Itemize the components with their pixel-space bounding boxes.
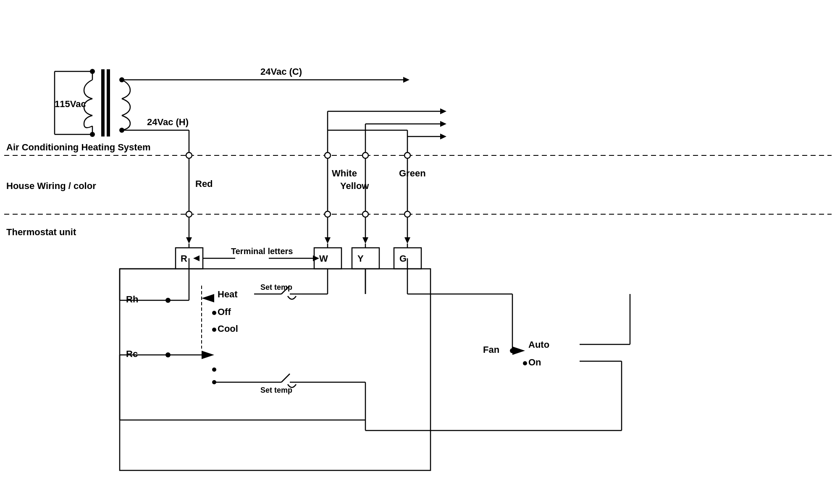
selector-arrow: [202, 294, 214, 302]
off-label: Off: [218, 307, 231, 317]
arrow-yellow-down: [362, 237, 368, 244]
red-wire-label: Red: [195, 178, 213, 189]
rh-label: Rh: [126, 294, 138, 304]
arrow-right-2: [440, 121, 446, 127]
thermostat-unit-label: Thermostat unit: [6, 227, 76, 237]
fan-selector-arrow: [512, 346, 525, 355]
arrow-right-1: [440, 108, 446, 114]
arrow-red-down: [186, 237, 192, 244]
rc-label: Rc: [126, 349, 138, 359]
white-wire-label: White: [332, 168, 357, 178]
voltage-24h-label: 24Vac (H): [147, 117, 189, 127]
connector-green-bottom: [404, 211, 410, 217]
terminal-g-label: G: [399, 253, 407, 264]
dot-cool: [212, 328, 216, 332]
dot-on: [523, 361, 527, 365]
voltage-115-label: 115Vac: [55, 99, 86, 109]
arrow-24vac-c: [403, 77, 410, 83]
rc-arrow: [202, 351, 214, 359]
terminal-y-box: [352, 248, 379, 269]
auto-label: Auto: [528, 339, 549, 350]
connector-red-bottom: [186, 211, 192, 217]
set-temp-2-label: Set temp: [260, 386, 292, 394]
house-wiring-label: House Wiring / color: [6, 181, 96, 191]
terminal-r-label: R: [181, 253, 187, 264]
switch-symbol-1: [288, 296, 296, 299]
fan-label: Fan: [483, 344, 499, 355]
terminal-y-label: Y: [357, 253, 364, 264]
green-wire-label: Green: [399, 168, 426, 178]
dot-off: [212, 311, 216, 315]
yellow-wire-label: Yellow: [340, 181, 369, 191]
diagram-container: 115Vac 24Vac (C) 24Vac (H) Air Condition…: [0, 0, 840, 504]
arrow-white-down: [325, 237, 331, 244]
connector-green-top: [404, 152, 410, 158]
heat-label: Heat: [218, 289, 238, 299]
ac-system-label: Air Conditioning Heating System: [6, 142, 150, 152]
connector-white-bottom: [325, 211, 331, 217]
terminal-w-label: W: [319, 253, 328, 264]
connector-yellow-bottom: [362, 211, 368, 217]
svg-line-49: [281, 374, 290, 382]
connector-yellow-top: [362, 152, 368, 158]
connector-white-top: [325, 152, 331, 158]
arrow-right-3: [440, 134, 446, 139]
voltage-24c-label: 24Vac (C): [260, 66, 302, 77]
on-label: On: [528, 357, 541, 368]
cool-label: Cool: [218, 323, 238, 334]
dot-rc-1: [212, 368, 216, 372]
connector-red-top: [186, 152, 192, 158]
arrow-green-down: [404, 237, 410, 244]
terminal-letters-label: Terminal letters: [231, 247, 293, 256]
